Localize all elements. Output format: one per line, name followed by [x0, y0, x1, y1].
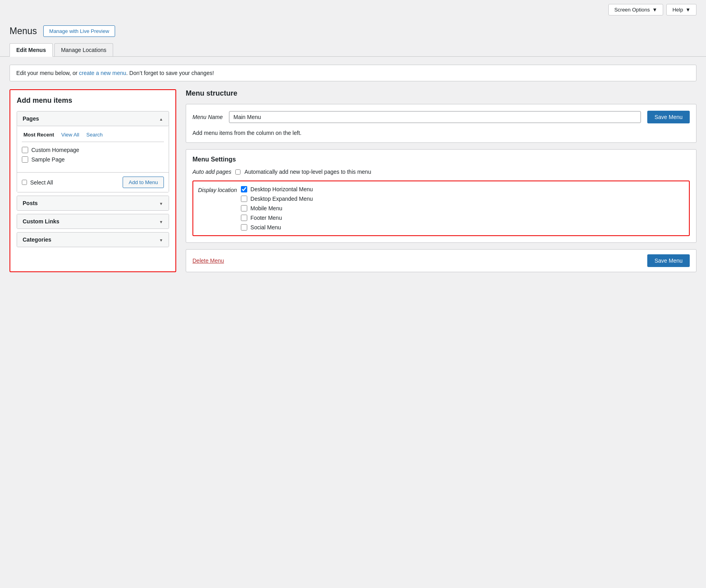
menu-settings-title: Menu Settings: [192, 156, 690, 163]
tab-edit-menus[interactable]: Edit Menus: [10, 43, 53, 57]
help-button[interactable]: Help ▼: [666, 4, 696, 15]
menu-name-label: Menu Name: [192, 114, 223, 120]
desktop-horizontal-label: Desktop Horizontal Menu: [250, 186, 313, 192]
menu-footer: Delete Menu Save Menu: [186, 249, 696, 272]
pages-tab-search[interactable]: Search: [85, 131, 104, 138]
auto-add-label: Auto add pages: [192, 169, 231, 175]
social-menu-label: Social Menu: [250, 224, 281, 231]
auto-add-row: Auto add pages Automatically add new top…: [192, 169, 690, 175]
menu-name-row: Menu Name Save Menu: [192, 111, 690, 123]
notice-text-after: . Don’t forget to save your changes!: [126, 70, 214, 76]
menu-instructions: Add menu items from the column on the le…: [192, 130, 690, 136]
mobile-menu-label: Mobile Menu: [250, 205, 282, 211]
list-item[interactable]: Social Menu: [241, 224, 313, 231]
create-new-menu-link[interactable]: create a new menu: [79, 70, 126, 76]
add-to-menu-button[interactable]: Add to Menu: [123, 177, 164, 188]
screen-options-button[interactable]: Screen Options ▼: [608, 4, 663, 15]
pages-tabs: Most Recent View All Search: [22, 131, 164, 142]
list-item[interactable]: Footer Menu: [241, 215, 313, 221]
page-title: Menus: [10, 26, 37, 37]
custom-links-accordion-header[interactable]: Custom Links: [17, 214, 169, 229]
tabs-container: Edit Menus Manage Locations: [0, 37, 706, 57]
list-item[interactable]: Desktop Expanded Menu: [241, 196, 313, 202]
custom-homepage-label: Custom Homepage: [31, 147, 79, 153]
notice-text-before: Edit your menu below, or: [16, 70, 79, 76]
desktop-expanded-checkbox[interactable]: [241, 196, 247, 202]
display-location-row: Display location Desktop Horizontal Menu…: [198, 186, 684, 231]
pages-tab-view-all[interactable]: View All: [60, 131, 81, 138]
menu-structure-title: Menu structure: [186, 89, 696, 98]
posts-chevron-down-icon: [159, 200, 163, 206]
notice-bar: Edit your menu below, or create a new me…: [10, 65, 696, 81]
desktop-expanded-label: Desktop Expanded Menu: [250, 196, 313, 202]
custom-links-accordion: Custom Links: [17, 214, 169, 229]
screen-options-label: Screen Options: [614, 7, 650, 13]
menu-structure-box: Menu Name Save Menu Add menu items from …: [186, 104, 696, 143]
save-menu-button-top[interactable]: Save Menu: [647, 111, 690, 123]
categories-accordion-header[interactable]: Categories: [17, 233, 169, 247]
live-preview-button[interactable]: Manage with Live Preview: [43, 25, 115, 37]
help-chevron: ▼: [685, 7, 691, 13]
left-panel: Add menu items Pages Most Recent View Al…: [10, 89, 176, 272]
desktop-horizontal-checkbox[interactable]: [241, 186, 247, 192]
posts-accordion: Posts: [17, 196, 169, 211]
help-label: Help: [672, 7, 683, 13]
select-all-row: Select All: [22, 179, 53, 186]
save-menu-button-bottom[interactable]: Save Menu: [647, 254, 690, 267]
page-header: Menus Manage with Live Preview: [0, 19, 706, 37]
footer-menu-label: Footer Menu: [250, 215, 282, 221]
display-location-box: Display location Desktop Horizontal Menu…: [192, 181, 690, 236]
main-content: Add menu items Pages Most Recent View Al…: [0, 89, 706, 282]
posts-accordion-header[interactable]: Posts: [17, 196, 169, 210]
menu-name-input[interactable]: [229, 111, 641, 123]
pages-accordion-header[interactable]: Pages: [17, 111, 169, 126]
list-item[interactable]: Custom Homepage: [22, 147, 164, 153]
right-panel: Menu structure Menu Name Save Menu Add m…: [186, 89, 696, 272]
top-bar: Screen Options ▼ Help ▼: [0, 0, 706, 19]
display-location-label: Display location: [198, 186, 237, 193]
pages-accordion-content: Most Recent View All Search Custom Homep…: [17, 126, 169, 172]
sample-page-checkbox[interactable]: [22, 156, 28, 163]
location-options: Desktop Horizontal Menu Desktop Expanded…: [241, 186, 313, 231]
posts-accordion-label: Posts: [23, 200, 38, 206]
custom-links-accordion-label: Custom Links: [23, 218, 60, 225]
pages-accordion-footer: Select All Add to Menu: [17, 172, 169, 192]
list-item[interactable]: Desktop Horizontal Menu: [241, 186, 313, 192]
select-all-checkbox[interactable]: [22, 180, 27, 185]
list-item[interactable]: Mobile Menu: [241, 205, 313, 211]
tab-manage-locations[interactable]: Manage Locations: [54, 43, 113, 56]
pages-accordion: Pages Most Recent View All Search Custom…: [17, 111, 169, 192]
categories-accordion-label: Categories: [23, 236, 51, 243]
footer-menu-checkbox[interactable]: [241, 215, 247, 221]
categories-accordion: Categories: [17, 232, 169, 247]
pages-tab-most-recent[interactable]: Most Recent: [22, 131, 56, 138]
auto-add-description: Automatically add new top-level pages to…: [244, 169, 371, 175]
auto-add-checkbox[interactable]: [235, 169, 240, 175]
categories-chevron-down-icon: [159, 236, 163, 243]
social-menu-checkbox[interactable]: [241, 224, 247, 231]
custom-homepage-checkbox[interactable]: [22, 147, 28, 153]
pages-accordion-label: Pages: [23, 115, 39, 122]
pages-chevron-up-icon: [159, 115, 163, 122]
list-item[interactable]: Sample Page: [22, 156, 164, 163]
screen-options-chevron: ▼: [652, 7, 658, 13]
pages-checkbox-list: Custom Homepage Sample Page: [22, 147, 164, 163]
select-all-label: Select All: [30, 179, 53, 186]
add-menu-items-title: Add menu items: [17, 96, 169, 105]
mobile-menu-checkbox[interactable]: [241, 205, 247, 211]
custom-links-chevron-down-icon: [159, 218, 163, 225]
menu-settings-section: Menu Settings Auto add pages Automatical…: [186, 149, 696, 243]
sample-page-label: Sample Page: [31, 156, 65, 163]
delete-menu-button[interactable]: Delete Menu: [192, 257, 224, 264]
